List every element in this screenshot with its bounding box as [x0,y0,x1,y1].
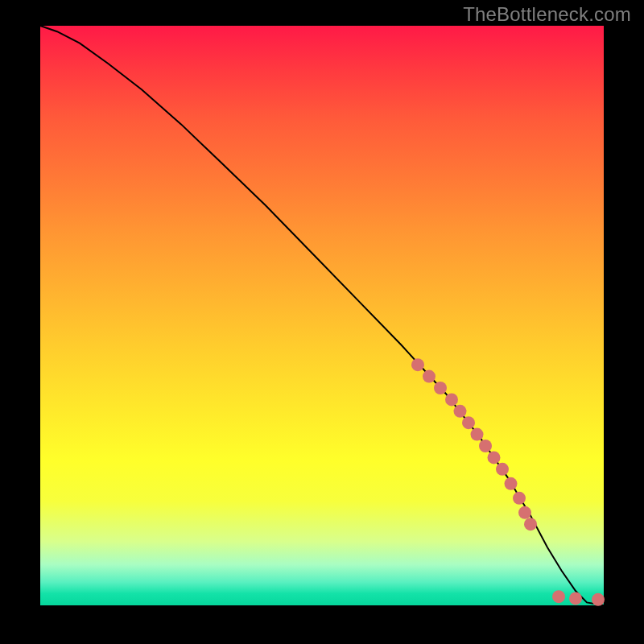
data-point [445,393,458,406]
data-point [488,451,501,464]
data-point [479,440,492,452]
data-point [496,463,509,476]
data-point [434,382,447,394]
data-point [569,592,582,605]
data-point [513,492,526,505]
chart-overlay [40,26,604,605]
curve-line [40,26,604,605]
chart-frame: TheBottleneck.com [0,0,644,644]
data-point [524,518,537,530]
data-point [462,416,475,429]
data-point [505,477,518,490]
data-point [518,506,531,519]
data-point [471,428,484,441]
data-point [411,358,424,371]
data-point [423,370,436,383]
markers-group [411,358,605,606]
watermark-text: TheBottleneck.com [463,3,631,26]
data-point [552,590,565,603]
data-point [592,593,605,606]
data-point [454,405,467,418]
